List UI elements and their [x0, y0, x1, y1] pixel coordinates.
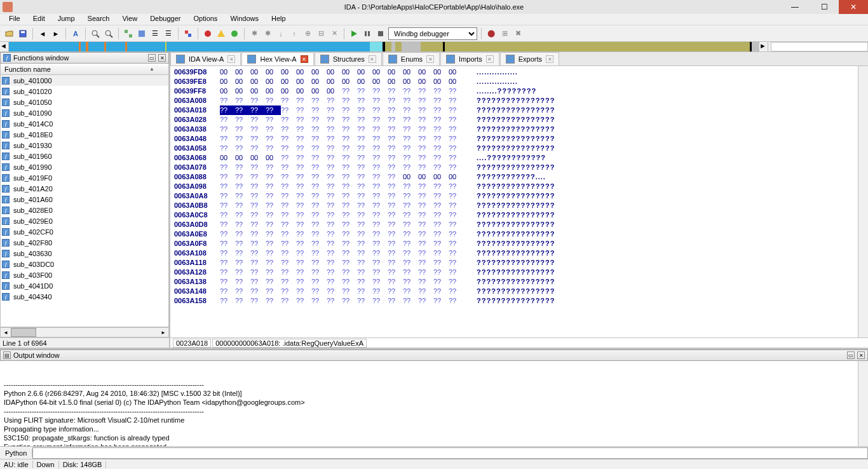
stop-button[interactable] [375, 28, 386, 39]
hex-row[interactable]: 0063A048 ???????????????? ??????????????… [174, 134, 864, 144]
hex-row[interactable]: 0063A138 ???????????????? ??????????????… [174, 277, 864, 287]
hex-row[interactable]: 0063A028 ???????????????? ??????????????… [174, 115, 864, 125]
float-button[interactable]: ▭ [148, 54, 156, 62]
hex-row[interactable]: 0063A018 ???????????????? ??????????????… [174, 105, 864, 115]
nav-segment[interactable] [470, 42, 750, 51]
xref-to-button[interactable]: ✱ [248, 28, 260, 39]
nav-segment[interactable] [421, 42, 443, 51]
hex-row[interactable]: 0063A058 ???????????????? ??????????????… [174, 144, 864, 153]
tab-close-button[interactable]: ✕ [227, 55, 235, 63]
nav-right-arrow[interactable]: ► [759, 42, 768, 51]
function-row[interactable]: fsub_4029E0 [1, 215, 168, 226]
bp-del-button[interactable]: ✖ [512, 28, 524, 39]
function-row[interactable]: fsub_401960 [1, 151, 168, 161]
hex-row[interactable]: 0063A118 ???????????????? ??????????????… [174, 258, 864, 268]
hex-row[interactable]: 0063A158 ???????????????? ??????????????… [174, 296, 864, 306]
hex-row[interactable]: 0063A148 ???????????????? ??????????????… [174, 287, 864, 296]
nav-back-button[interactable]: ◄ [37, 28, 48, 39]
hex-row[interactable]: 00639FF8 0000000000000000 ??????????????… [174, 86, 864, 96]
function-row[interactable]: fsub_403630 [1, 248, 168, 259]
menu-jump[interactable]: Jump [51, 14, 81, 25]
text-button[interactable]: A [70, 28, 81, 39]
function-row[interactable]: fsub_401930 [1, 140, 168, 151]
function-row[interactable]: fsub_4018E0 [1, 129, 168, 140]
hex-row[interactable]: 0063A108 ???????????????? ??????????????… [174, 248, 864, 258]
close-pane-button[interactable]: ✕ [158, 54, 166, 62]
float-button[interactable]: ▭ [847, 351, 855, 359]
hex-row[interactable]: 0063A0E8 ???????????????? ??????????????… [174, 229, 864, 239]
hex-row[interactable]: 0063A128 ???????????????? ??????????????… [174, 268, 864, 277]
close-button[interactable]: ✕ [839, 0, 868, 14]
graph-button[interactable] [123, 28, 134, 39]
tab-close-button[interactable]: ✕ [369, 55, 376, 63]
menu-options[interactable]: Options [187, 14, 224, 25]
nav-segment[interactable] [445, 42, 470, 51]
bp-list-button[interactable]: ⊞ [499, 28, 510, 39]
tab-close-button[interactable]: ✕ [301, 55, 308, 63]
function-row[interactable]: fsub_401020 [1, 86, 168, 97]
output-vscroll[interactable] [858, 361, 868, 446]
tab-exports[interactable]: Exports✕ [500, 52, 559, 65]
nav-segment[interactable] [370, 42, 383, 51]
hex-row[interactable]: 00639FE8 0000000000000000 00000000000000… [174, 77, 864, 86]
function-row[interactable]: fsub_401000 [1, 75, 168, 86]
output-window-header[interactable]: ▤ Output window ▭ ✕ [0, 350, 868, 361]
nav-left-arrow[interactable]: ◄ [0, 42, 9, 51]
function-row[interactable]: fsub_4014C0 [1, 118, 168, 129]
function-row[interactable]: fsub_4019F0 [1, 172, 168, 183]
hex-row[interactable]: 0063A0C8 ???????????????? ??????????????… [174, 210, 864, 220]
tab-enums[interactable]: Enums✕ [383, 52, 440, 65]
tab-close-button[interactable]: ✕ [426, 55, 434, 63]
tool-button[interactable]: ↓ [275, 28, 287, 39]
hex-button[interactable] [136, 28, 147, 39]
save-button[interactable] [17, 28, 29, 39]
xref-from-button[interactable]: ✱ [262, 28, 273, 39]
menu-help[interactable]: Help [265, 14, 292, 25]
output-text[interactable]: ----------------------------------------… [0, 361, 868, 446]
hex-vscroll[interactable] [858, 66, 868, 337]
hex-row[interactable]: 0063A078 ???????????????? ??????????????… [174, 163, 864, 172]
tab-structures[interactable]: Structures✕ [315, 52, 382, 65]
tab-close-button[interactable]: ✕ [546, 55, 553, 63]
navigation-bar[interactable]: ◄ ► [0, 42, 868, 52]
function-row[interactable]: fsub_4028E0 [1, 205, 168, 215]
nav-segment[interactable] [127, 42, 165, 51]
warn-button[interactable] [215, 28, 227, 39]
hex-row[interactable]: 0063A0A8 ???????????????? ??????????????… [174, 191, 864, 201]
enum-button[interactable]: ☰ [163, 28, 174, 39]
debugger-select[interactable]: Windbg debugger [388, 27, 477, 40]
function-row[interactable]: fsub_403F00 [1, 269, 168, 280]
function-row[interactable]: fsub_401990 [1, 161, 168, 172]
record-button[interactable] [229, 28, 240, 39]
nav-address-input[interactable] [771, 42, 868, 51]
tab-hex-view-a[interactable]: Hex View-A✕ [241, 52, 313, 65]
function-row[interactable]: fsub_404340 [1, 291, 168, 302]
functions-list[interactable]: fsub_401000fsub_401020fsub_401050fsub_40… [0, 75, 169, 327]
hex-row[interactable]: 0063A068 00000000???????? ??????????????… [174, 153, 864, 163]
minimize-button[interactable]: — [780, 0, 810, 14]
search-button[interactable] [90, 28, 101, 39]
nav-segment[interactable] [81, 42, 86, 51]
menu-windows[interactable]: Windows [224, 14, 265, 25]
menu-file[interactable]: File [3, 14, 27, 25]
stop-analysis-button[interactable] [202, 28, 214, 39]
close-pane-button[interactable]: ✕ [857, 351, 865, 359]
tab-imports[interactable]: Imports✕ [440, 52, 499, 65]
function-row[interactable]: fsub_401090 [1, 107, 168, 118]
hex-row[interactable]: 00639FD8 0000000000000000 00000000000000… [174, 67, 864, 77]
functions-column-header[interactable]: Function name ▲ [0, 64, 169, 75]
menu-search[interactable]: Search [81, 14, 116, 25]
menu-edit[interactable]: Edit [27, 14, 51, 25]
color-button[interactable] [182, 28, 194, 39]
nav-segment[interactable] [395, 42, 402, 51]
functions-window-header[interactable]: f Functions window ▭ ✕ [0, 52, 169, 64]
output-command-input[interactable] [32, 447, 868, 459]
hex-row[interactable]: 0063A0B8 ???????????????? ??????????????… [174, 201, 864, 210]
tab-close-button[interactable]: ✕ [486, 55, 494, 63]
function-row[interactable]: fsub_402F80 [1, 237, 168, 248]
open-button[interactable] [4, 28, 15, 39]
maximize-button[interactable]: ☐ [810, 0, 839, 14]
menu-debugger[interactable]: Debugger [144, 14, 187, 25]
function-row[interactable]: fsub_4041D0 [1, 280, 168, 291]
function-row[interactable]: fsub_403DC0 [1, 259, 168, 269]
